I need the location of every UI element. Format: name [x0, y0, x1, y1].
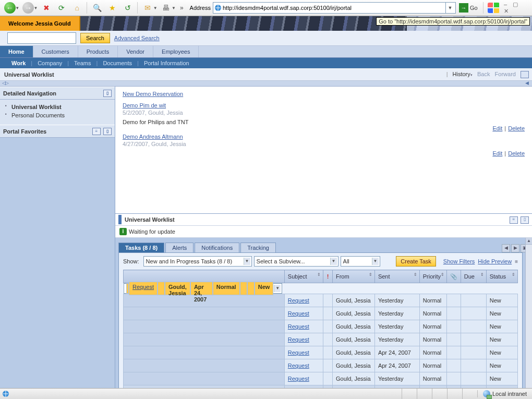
col-importance[interactable]: ! [323, 270, 333, 283]
topnav-tab-customers[interactable]: Customers [33, 46, 78, 57]
col-subject[interactable]: Subject⇕ [284, 270, 323, 283]
task-link[interactable]: Request [132, 284, 154, 290]
col-sent[interactable]: Sent⇕ [374, 270, 419, 283]
go-button[interactable]: → Go [459, 3, 478, 13]
task-link[interactable]: Request [288, 323, 309, 330]
back-button[interactable]: ← [3, 1, 17, 15]
uwl-tab-notifications[interactable]: Notifications [195, 243, 239, 252]
nav-item-personal-documents[interactable]: Personal Documents [4, 111, 111, 119]
col-priority[interactable]: Priority⇕ [419, 270, 446, 283]
row-handle[interactable] [124, 320, 285, 333]
demo-1-edit[interactable]: Edit [492, 125, 502, 131]
favorites-collapse-icon[interactable]: ▯ [103, 128, 112, 135]
topnav-tab-home[interactable]: Home [0, 46, 33, 57]
history-back[interactable]: Back [477, 71, 490, 77]
table-row[interactable]: RequestGould, JessiaYesterdayNormalNew [124, 333, 518, 346]
cell-subject[interactable]: Request [284, 294, 323, 307]
refresh-button[interactable]: ⟳ [55, 1, 69, 15]
nav-item-universal-worklist[interactable]: Universal Worklist [4, 103, 111, 111]
uwl-tab-tasks[interactable]: Tasks (8 / 8) [118, 243, 164, 252]
print-dropdown[interactable]: ▼ [172, 6, 176, 10]
cell-subject[interactable]: Request [284, 346, 323, 359]
subnav-teams[interactable]: Teams [69, 60, 96, 66]
search-button[interactable]: 🔍 [90, 1, 104, 15]
task-link[interactable]: Request [288, 297, 309, 304]
print-button[interactable]: 🖶 [159, 1, 173, 15]
topnav-tab-employees[interactable]: Employees [153, 46, 199, 57]
uwl-options-dropdown[interactable]: ≡ [515, 259, 518, 264]
subnav-documents[interactable]: Documents [98, 60, 137, 66]
show-filters-link[interactable]: Show Filters [443, 258, 475, 264]
create-task-button[interactable]: Create Task [396, 256, 436, 267]
cell-subject[interactable]: Request [284, 359, 323, 372]
subnav-work[interactable]: Work [6, 60, 31, 66]
portal-search-input[interactable] [7, 32, 76, 44]
uwl-collapse-icon[interactable]: ▯ [521, 216, 529, 224]
history-button[interactable]: ↺ [120, 1, 135, 15]
address-bar[interactable]: ▼ [213, 2, 456, 14]
history-link[interactable]: History [453, 71, 470, 77]
hide-preview-link[interactable]: Hide Preview [478, 258, 512, 264]
task-link[interactable]: Request [288, 362, 309, 369]
demo-2-delete[interactable]: Delete [508, 150, 525, 156]
security-zone[interactable]: Local intranet [477, 390, 532, 397]
scroll-up-icon[interactable]: ▲ [526, 238, 532, 245]
mail-dropdown[interactable]: ▼ [153, 6, 158, 10]
back-history-dropdown[interactable]: ▼ [15, 6, 19, 10]
task-link[interactable]: Request [288, 336, 309, 343]
table-row[interactable]: RequestGould, JessiaYesterdayNormalNew [124, 372, 518, 385]
col-due[interactable]: Due⇕ [461, 270, 486, 283]
nav-collapse-handle[interactable] [0, 81, 532, 87]
row-handle[interactable] [124, 346, 285, 359]
table-row[interactable]: RequestGould, JessiaApr 24, 2007NormalNe… [124, 359, 518, 372]
topnav-tab-products[interactable]: Products [78, 46, 118, 57]
topnav-tab-vendor[interactable]: Vendor [118, 46, 153, 57]
table-row[interactable]: RequestGould, JessiaYesterdayNormalNew [124, 320, 518, 333]
task-link[interactable]: Request [288, 376, 309, 382]
cell-subject[interactable]: Request [284, 372, 323, 385]
filter-all-select[interactable]: All [341, 256, 380, 267]
task-link[interactable]: Request [288, 349, 309, 356]
row-handle[interactable] [124, 359, 285, 372]
uwl-tab-tracking[interactable]: Tracking [240, 243, 276, 252]
portal-search-button[interactable]: Search [80, 33, 110, 43]
subnav-portalinfo[interactable]: Portal Information [139, 60, 195, 66]
row-handle[interactable] [124, 372, 285, 385]
demo-2-title[interactable]: Demo Andreas Altmann [123, 134, 183, 140]
uwl-tab-prev[interactable]: ◀ [502, 244, 510, 252]
cell-subject[interactable]: Request [284, 320, 323, 333]
task-link[interactable]: Request [288, 310, 309, 317]
filter-tasks-select[interactable]: New and In Progress Tasks (8 / 8) [143, 256, 252, 267]
favorites-options-icon[interactable]: ≡ [92, 128, 101, 135]
uwl-tab-alerts[interactable]: Alerts [165, 243, 194, 252]
forward-button[interactable]: → [21, 1, 35, 15]
cell-subject[interactable]: Request [129, 282, 158, 295]
demo-1-delete[interactable]: Delete [508, 125, 525, 131]
cell-subject[interactable]: Request [284, 333, 323, 346]
cell-subject[interactable]: Request [284, 307, 323, 320]
page-options-icon[interactable] [521, 71, 529, 78]
row-handle[interactable] [124, 333, 285, 346]
advanced-search-link[interactable]: Advanced Search [114, 35, 160, 41]
favorites-button[interactable]: ★ [105, 1, 119, 15]
toolbar-overflow[interactable]: » [180, 4, 184, 11]
col-from[interactable]: From⇕ [332, 270, 374, 283]
history-forward[interactable]: Forward [495, 71, 516, 77]
demo-1-title[interactable]: Demo Pim de wit [123, 102, 166, 108]
home-button[interactable]: ⌂ [70, 1, 84, 15]
uwl-tab-next[interactable]: ▶ [511, 244, 519, 252]
uwl-scrollbar[interactable]: ▲ ▼ [525, 238, 532, 399]
demo-2-edit[interactable]: Edit [492, 150, 502, 156]
stop-button[interactable]: ✖ [40, 1, 54, 15]
nav-collapse-icon[interactable]: ▯ [103, 90, 112, 97]
filter-subview-select[interactable]: Select a Subview... [254, 256, 338, 267]
address-dropdown[interactable]: ▼ [445, 3, 454, 13]
uwl-options-icon[interactable]: ≡ [510, 216, 518, 224]
table-row[interactable]: RequestGould, JessiaApr 24, 2007NormalNe… [124, 346, 518, 359]
forward-history-dropdown[interactable]: ▼ [34, 6, 38, 10]
col-attach[interactable]: 📎 [446, 270, 461, 283]
window-controls[interactable]: – ▢ ✕ [504, 1, 530, 15]
subnav-company[interactable]: Company [32, 60, 67, 66]
row-handle[interactable] [124, 307, 285, 320]
col-status[interactable]: Status⇕ [486, 270, 517, 283]
